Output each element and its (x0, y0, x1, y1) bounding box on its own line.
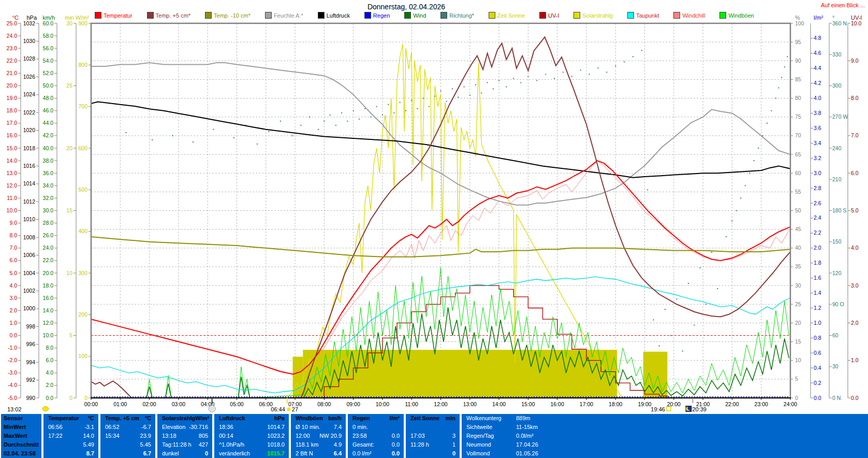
moonrise-icon-shadow (687, 406, 692, 410)
tick-label: 35 (795, 263, 801, 269)
column-name: Windböen (296, 414, 323, 423)
hour-label: 02:00 (142, 401, 156, 407)
info-label: Sichtweite (466, 423, 516, 432)
tick-label: 120 (832, 270, 842, 276)
tick-label: 1016 (23, 163, 36, 169)
table-cell-row: 0.0 l/m²0.0 (348, 449, 404, 458)
tick-label: 60.0 (43, 20, 54, 26)
hour-label: 13:00 (463, 401, 477, 407)
tick-label: 1014 (23, 180, 36, 187)
cell-value: -30.716 (189, 423, 208, 432)
table-column-head: Windböenkm/h (291, 414, 346, 423)
tick-label: 46.0 (43, 107, 54, 113)
direction-dot (740, 197, 741, 198)
direction-dot (527, 76, 528, 77)
tick-label: -4.0 (8, 382, 17, 388)
sun-icon (42, 407, 49, 411)
tick-label: 994 (26, 359, 35, 365)
tick-label: 300 (832, 82, 842, 89)
table-row-header: MaxWert (1, 432, 41, 440)
grid (91, 23, 790, 398)
tick-label: 1028 (23, 55, 36, 62)
direction-dot (536, 80, 537, 81)
table-cell-row: 18:361014.7 (214, 423, 289, 432)
tick-label: 32.0 (43, 195, 54, 201)
tick-label: 52.0 (43, 70, 54, 76)
direction-dot (711, 252, 712, 253)
tick-label: 60 (832, 332, 838, 338)
cell-label: 0.0 l/m² (352, 449, 372, 458)
moonrise-time: 20:39 (692, 406, 707, 412)
direction-dot (440, 91, 442, 92)
table-column-temp-5-cm: Temp. +5 cm°C06:52-6.715:3423.95.456.7 (100, 414, 155, 458)
tick-label: 38.0 (43, 158, 54, 164)
tick-label: 8.0 (46, 345, 53, 351)
tick-label: 2.0 (46, 382, 53, 388)
tick-label: 1018 (23, 145, 36, 151)
table-cell-row: ^1.0hPa/h1018.0 (214, 440, 289, 449)
tick-label: 50.0 (43, 82, 54, 89)
sunrise-sun-icon (287, 408, 290, 411)
tick-label: 30 (832, 363, 838, 369)
direction-dot (758, 148, 759, 149)
cell-label: dunkel (162, 449, 179, 458)
tick-label: 15 (795, 338, 801, 345)
table-cell-row: 06:52-6.7 (100, 423, 155, 432)
direction-dot (498, 80, 499, 81)
direction-dot (280, 121, 281, 122)
tick-label: 10.0 (7, 207, 18, 213)
column-name: Zeit Sonne (410, 414, 439, 423)
cell-value: 6.4 (334, 449, 342, 458)
tick-label: 2.0 (814, 245, 821, 251)
info-row: Vollmond01.05.26 (462, 449, 868, 458)
tick-label: 20 (795, 320, 801, 326)
direction-dot (423, 98, 424, 99)
cell-value: 0 (452, 449, 455, 458)
axis-left-min: min302520151050 (65, 15, 76, 401)
table-cell-row: 23:580.0 (348, 432, 404, 440)
direction-dot (309, 117, 310, 118)
info-label: Regen/Tag (466, 432, 516, 440)
table-cell-row (406, 423, 460, 432)
tick-label: 95 (795, 39, 801, 45)
cell-label: 12:00 (296, 432, 310, 440)
table-cell-row: 00:141023.2 (214, 432, 289, 440)
tick-label: 14.0 (7, 158, 18, 164)
tick-label: 2.0 (851, 320, 859, 326)
table-cell-row: 2 Bft N6.4 (291, 449, 346, 458)
tick-label: 5 (795, 376, 798, 382)
tick-label: 330 (832, 51, 842, 58)
info-label: Neumond (466, 440, 516, 449)
tick-label: 1000 (23, 305, 36, 311)
tick-label: 15.0 (7, 145, 18, 151)
info-row: Regen/Tag0.0l/m² (462, 432, 868, 440)
direction-dot (659, 346, 660, 347)
hour-label: 18:00 (609, 401, 622, 407)
tick-label: 10.0 (851, 20, 862, 26)
hour-label: 08:00 (317, 401, 331, 407)
hour-label: 24:00 (784, 401, 797, 407)
tick-label: 1.0 (814, 320, 821, 326)
cell-value: 7.4 (334, 423, 342, 432)
cell-value: 6.7 (143, 449, 151, 458)
direction-dot (323, 121, 325, 122)
tick-label: 3.6 (814, 125, 821, 131)
table-column-head: Temp. +5 cm°C (100, 414, 155, 423)
tick-label: 800 (78, 62, 87, 68)
direction-dot (682, 351, 683, 352)
tick-label: 0.8 (814, 335, 821, 341)
hour-label: 22:00 (725, 401, 739, 407)
tick-label: 3.4 (814, 140, 821, 146)
direction-dot (615, 65, 616, 66)
table-cell-row: 17:033 (406, 432, 460, 440)
tick-label: 50 (795, 207, 801, 213)
cell-label: 00:14 (219, 432, 233, 440)
direction-dot (370, 117, 371, 118)
tick-label: 0.0 (851, 395, 859, 401)
tick-label: -5.0 (8, 395, 17, 401)
tick-label: 16.0 (43, 295, 54, 301)
hour-label: 20:00 (667, 401, 681, 407)
series-zeit_sonne-block (293, 356, 303, 398)
direction-dot (400, 102, 401, 103)
tick-label: 8.0 (851, 95, 859, 101)
